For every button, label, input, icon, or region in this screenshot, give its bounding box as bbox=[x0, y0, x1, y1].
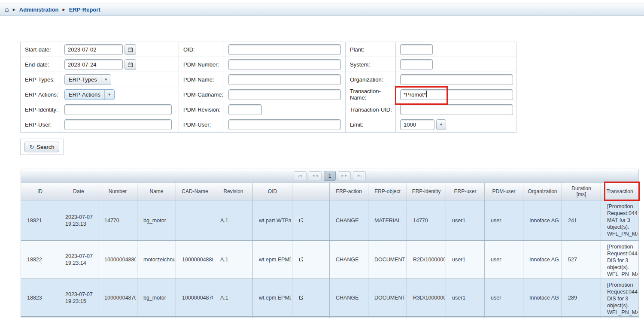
table-cell: wt.epm.EPMDoc bbox=[253, 241, 292, 279]
search-button[interactable]: ↻ Search bbox=[24, 142, 59, 152]
pdm-revision-input[interactable] bbox=[228, 104, 262, 115]
chevron-down-icon: ▼ bbox=[105, 90, 114, 100]
erp-types-dropdown[interactable]: ERP-Types ▼ bbox=[64, 74, 111, 85]
table-cell: 14770 bbox=[98, 200, 137, 240]
table-cell: [Promotion Request:04461]: DIS for 3 obj… bbox=[601, 279, 638, 316]
transaction-name-label: Transaction-Name: bbox=[346, 87, 396, 102]
prev-page-button[interactable]: ◄◄ bbox=[309, 171, 322, 180]
organization-input[interactable] bbox=[400, 74, 513, 85]
table-cell: DOCUMENT bbox=[368, 241, 407, 279]
pdm-number-label: PDM-Number: bbox=[179, 57, 224, 72]
pdm-user-input[interactable] bbox=[228, 119, 341, 130]
next-page-button[interactable]: ►► bbox=[338, 171, 351, 180]
breadcrumb: ⌂ ▶ Administration ▶ ERP-Report bbox=[0, 3, 644, 16]
first-page-button[interactable]: |◄ bbox=[294, 171, 307, 180]
pdm-user-label: PDM-User: bbox=[179, 117, 224, 132]
organization-label: Organization: bbox=[346, 72, 396, 87]
current-page-button[interactable]: 1 bbox=[324, 171, 336, 181]
pdm-revision-label: PDM-Revision: bbox=[179, 102, 224, 117]
chevron-right-icon: ▶ bbox=[13, 8, 15, 12]
external-link-icon[interactable] bbox=[298, 295, 304, 300]
limit-dropdown-button[interactable]: ▼ bbox=[436, 119, 446, 130]
erp-user-input[interactable] bbox=[64, 119, 172, 130]
table-cell bbox=[292, 200, 330, 240]
table-cell: R2D/10000004880 bbox=[407, 241, 446, 279]
system-label: System: bbox=[346, 57, 396, 72]
table-cell: R3D/10000004870 bbox=[407, 279, 446, 316]
table-cell: user1 bbox=[446, 241, 485, 279]
pdm-name-input[interactable] bbox=[228, 74, 341, 85]
table-cell: 18821 bbox=[21, 200, 59, 240]
start-date-label: Start-date: bbox=[21, 42, 60, 57]
column-header-erp-identity: ERP-identity bbox=[407, 183, 446, 200]
pdm-cadname-input[interactable] bbox=[228, 89, 341, 100]
erp-types-label: ERP-Types: bbox=[21, 72, 60, 87]
table-cell: user1 bbox=[446, 279, 485, 316]
home-icon[interactable]: ⌂ bbox=[5, 6, 9, 13]
search-form: Start-date: OID: Plant: End-date: PDM-Nu… bbox=[20, 42, 516, 133]
limit-label: Limit: bbox=[346, 117, 396, 132]
end-date-calendar-button[interactable] bbox=[125, 59, 136, 70]
column-header-blank bbox=[292, 183, 330, 200]
table-cell: CHANGE bbox=[330, 279, 368, 316]
table-cell: 18822 bbox=[21, 241, 59, 279]
table-cell bbox=[292, 241, 330, 279]
table-cell: user1 bbox=[446, 200, 485, 240]
table-cell: 241 bbox=[562, 200, 601, 240]
plant-label: Plant: bbox=[346, 42, 396, 57]
table-row: 18822 2023-07-07 19:23:14 10000004880 mo… bbox=[21, 241, 638, 279]
table-cell: bg_motor bbox=[137, 200, 176, 240]
erp-actions-dropdown[interactable]: ERP-Actions ▼ bbox=[64, 89, 115, 100]
table-cell: 10000004870.asm bbox=[176, 279, 214, 316]
table-cell: Innoface AG bbox=[523, 200, 562, 240]
column-header-erp-object: ERP-object bbox=[368, 183, 407, 200]
breadcrumb-item-erp-report[interactable]: ERP-Report bbox=[69, 6, 100, 13]
refresh-icon: ↻ bbox=[29, 144, 34, 150]
table-row: 18823 2023-07-07 19:23:15 10000004870 bg… bbox=[21, 279, 638, 317]
calendar-icon bbox=[128, 47, 133, 52]
system-input[interactable] bbox=[400, 59, 433, 70]
table-cell: 2023-07-07 19:23:13 bbox=[59, 200, 98, 240]
column-header-duration: Duration [ms] bbox=[562, 183, 601, 200]
chevron-down-icon: ▼ bbox=[101, 75, 111, 85]
erp-identity-label: ERP-Identity: bbox=[21, 102, 60, 117]
column-header-revision: Revision bbox=[214, 183, 253, 200]
pdm-number-input[interactable] bbox=[228, 59, 341, 70]
results-table: |◄ ◄◄ 1 ►► ►| ID Date Number Name CAD-Na… bbox=[21, 169, 639, 318]
oid-input[interactable] bbox=[228, 44, 341, 55]
table-cell bbox=[292, 279, 330, 316]
plant-input[interactable] bbox=[400, 44, 433, 55]
transaction-uid-input[interactable] bbox=[400, 104, 513, 115]
column-header-oid: OID bbox=[253, 183, 292, 200]
table-cell: wt.epm.EPMDoc bbox=[253, 279, 292, 316]
table-cell: user bbox=[485, 279, 523, 316]
column-header-date: Date bbox=[59, 183, 98, 200]
erp-actions-dropdown-label: ERP-Actions bbox=[65, 90, 104, 100]
external-link-icon[interactable] bbox=[298, 257, 304, 262]
column-header-pdm-user: PDM-user bbox=[485, 183, 523, 200]
limit-select[interactable] bbox=[400, 119, 434, 130]
table-cell: CHANGE bbox=[330, 241, 368, 279]
column-header-cad-name: CAD-Name bbox=[176, 183, 214, 200]
transaction-name-input[interactable] bbox=[400, 89, 513, 100]
breadcrumb-item-administration[interactable]: Administration bbox=[19, 6, 59, 13]
table-row: 18821 2023-07-07 19:23:13 14770 bg_motor… bbox=[21, 200, 638, 241]
table-cell: A.1 bbox=[214, 241, 253, 279]
external-link-icon[interactable] bbox=[298, 218, 304, 223]
pdm-name-label: PDM-Name: bbox=[179, 72, 224, 87]
table-cell: 18823 bbox=[21, 279, 59, 316]
search-button-label: Search bbox=[36, 144, 54, 150]
start-date-input[interactable] bbox=[64, 44, 123, 55]
table-cell: [Promotion Request:04461]: DIS for 3 obj… bbox=[601, 241, 638, 279]
table-cell: 14770 bbox=[407, 200, 446, 240]
last-page-button[interactable]: ►| bbox=[353, 171, 366, 180]
start-date-calendar-button[interactable] bbox=[125, 44, 136, 55]
table-cell: user bbox=[485, 241, 523, 279]
column-header-id: ID bbox=[21, 183, 59, 200]
end-date-input[interactable] bbox=[64, 59, 123, 70]
table-cell: CHANGE bbox=[330, 200, 368, 240]
table-cell: Innoface AG bbox=[523, 241, 562, 279]
erp-identity-input[interactable] bbox=[64, 104, 172, 115]
table-cell: bg_motor bbox=[137, 279, 176, 316]
table-cell: [Promotion Request:04461]: MAT for 3 obj… bbox=[601, 200, 638, 240]
